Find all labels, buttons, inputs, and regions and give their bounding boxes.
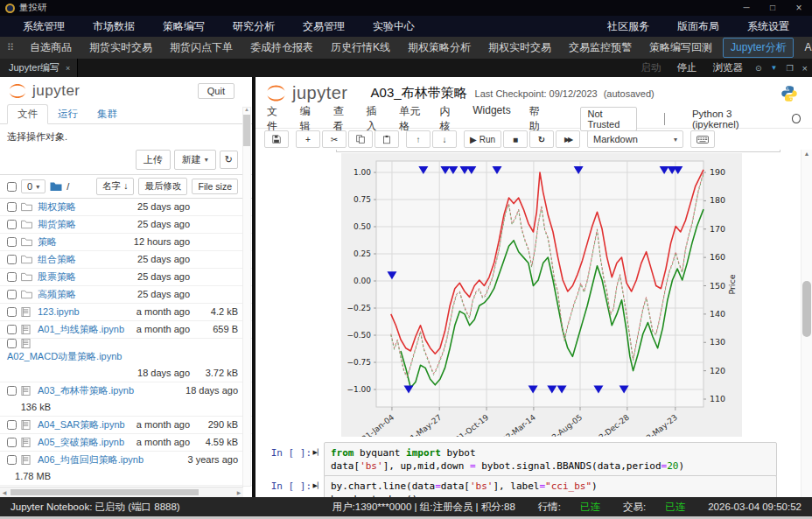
- row-checkbox[interactable]: [7, 272, 17, 282]
- row-checkbox[interactable]: [7, 255, 17, 264]
- file-row[interactable]: A01_均线策略.ipynba month ago659 B: [0, 320, 252, 338]
- code-editor[interactable]: by.chart.line(data=data['bs'], label="cc…: [324, 475, 777, 497]
- feature-tab-历史行情K线[interactable]: 历史行情K线: [324, 39, 397, 57]
- tab-close-icon[interactable]: ×: [66, 64, 70, 73]
- select-all-checkbox[interactable]: [7, 182, 17, 192]
- notebook-menu-Widgets[interactable]: Widgets: [472, 104, 510, 134]
- restart-button[interactable]: ↻: [529, 130, 554, 148]
- popout-window-icon[interactable]: ❒: [786, 64, 793, 73]
- file-name[interactable]: 期权策略: [38, 199, 76, 215]
- feature-tab-期权策略分析[interactable]: 期权策略分析: [401, 39, 478, 57]
- interrupt-button[interactable]: ■: [503, 130, 528, 148]
- new-button[interactable]: 新建 ▾: [174, 150, 216, 170]
- breadcrumb[interactable]: /: [66, 181, 69, 192]
- menu-item[interactable]: 社区服务: [593, 19, 663, 34]
- paste-button[interactable]: [374, 130, 399, 148]
- file-name[interactable]: A05_突破策略.ipynb: [38, 434, 124, 451]
- file-name[interactable]: 策略: [38, 234, 57, 250]
- file-row[interactable]: A02_MACD动量策略.ipynb18 days ago3.72 kB: [0, 338, 252, 382]
- insert-below-button[interactable]: +: [296, 130, 320, 148]
- notebook-vertical-scrollbar[interactable]: ▲: [801, 150, 812, 497]
- row-checkbox[interactable]: [7, 237, 17, 247]
- file-name[interactable]: 高频策略: [38, 286, 76, 303]
- save-button[interactable]: [264, 130, 289, 148]
- row-checkbox[interactable]: [7, 307, 17, 317]
- row-checkbox[interactable]: [7, 438, 17, 447]
- move-down-button[interactable]: ↓: [432, 130, 457, 148]
- file-name[interactable]: A02_MACD动量策略.ipynb: [7, 348, 220, 365]
- tab-jupyter-editor[interactable]: Jupyter编写 ×: [0, 59, 78, 77]
- file-row[interactable]: 组合策略25 days ago: [0, 250, 252, 268]
- notebook-menu-帮助[interactable]: 帮助: [529, 104, 544, 134]
- scroll-up-icon[interactable]: ▲: [243, 107, 250, 112]
- feature-tab-委成持仓报表[interactable]: 委成持仓报表: [243, 39, 320, 57]
- scrollbar-thumb[interactable]: [10, 489, 199, 495]
- action-停止[interactable]: 停止: [677, 61, 697, 74]
- sort-by-name-button[interactable]: 名字 ↓: [96, 178, 134, 195]
- feature-tab-期货实时交易[interactable]: 期货实时交易: [82, 39, 159, 57]
- notebook-menu-单元格[interactable]: 单元格: [399, 104, 421, 134]
- row-checkbox[interactable]: [7, 386, 17, 396]
- minimize-button[interactable]: ─: [733, 0, 760, 16]
- refresh-button[interactable]: ↻: [220, 151, 238, 169]
- row-checkbox[interactable]: [7, 455, 17, 465]
- notebook-menu-内核[interactable]: 内核: [439, 104, 454, 134]
- file-row[interactable]: 123.ipynba month ago4.2 kB: [0, 303, 252, 320]
- sort-by-size-button[interactable]: File size: [192, 179, 238, 194]
- row-checkbox[interactable]: [7, 290, 17, 299]
- file-row[interactable]: 高频策略25 days ago: [0, 285, 252, 303]
- file-name[interactable]: A06_均值回归策略.ipynb: [38, 452, 144, 468]
- file-name[interactable]: A03_布林带策略.ipynb: [38, 382, 134, 399]
- scroll-left-icon[interactable]: ◀: [0, 489, 9, 495]
- row-checkbox[interactable]: [7, 420, 17, 430]
- cut-button[interactable]: ✂: [322, 130, 346, 148]
- scrollbar-thumb[interactable]: [243, 115, 250, 146]
- file-row[interactable]: A03_布林带策略.ipynb18 days ago136 kB: [0, 382, 252, 416]
- notebook-menu-查看[interactable]: 查看: [333, 104, 348, 134]
- feature-tab-自选商品[interactable]: 自选商品: [23, 39, 79, 57]
- menu-item[interactable]: 研究分析: [219, 19, 289, 34]
- file-name[interactable]: A04_SAR策略.ipynb: [38, 417, 125, 433]
- upload-button[interactable]: 上传: [136, 150, 171, 170]
- menu-item[interactable]: 实验中心: [359, 19, 429, 34]
- notebook-menu-插入[interactable]: 插入: [366, 104, 381, 134]
- sidebar-tab-集群[interactable]: 集群: [88, 105, 127, 123]
- file-name[interactable]: 期货策略: [38, 216, 76, 233]
- not-trusted-button[interactable]: Not Trusted: [580, 107, 637, 131]
- sidebar-tab-运行[interactable]: 运行: [48, 105, 88, 123]
- copy-button[interactable]: [348, 130, 373, 148]
- file-row[interactable]: A06_均值回归策略.ipynb3 years ago1.78 MB: [0, 451, 252, 485]
- menu-item[interactable]: 系统设置: [733, 19, 803, 34]
- file-row[interactable]: 期权策略25 days ago: [0, 199, 252, 215]
- sidebar-tab-文件[interactable]: 文件: [7, 104, 48, 124]
- notebook-menu-文件[interactable]: 文件: [267, 104, 282, 134]
- sidebar-vertical-scrollbar[interactable]: ▲: [242, 107, 251, 487]
- scroll-up-icon[interactable]: ▲: [802, 151, 812, 157]
- action-浏览器[interactable]: 浏览器: [713, 61, 744, 74]
- file-name[interactable]: A01_均线策略.ipynb: [38, 321, 124, 338]
- panel-close-icon[interactable]: ×: [802, 63, 808, 74]
- feature-tab-期权实时交易[interactable]: 期权实时交易: [481, 39, 558, 57]
- menu-item[interactable]: 市场数据: [79, 19, 149, 34]
- feature-tab-AI智能助手[interactable]: AI智能助手: [797, 39, 812, 57]
- quit-button[interactable]: Quit: [198, 83, 234, 99]
- menu-item[interactable]: 策略编写: [149, 19, 219, 34]
- menu-item[interactable]: 交易管理: [289, 19, 359, 34]
- code-editor[interactable]: from byquant import bybot data['bs'], up…: [324, 442, 777, 477]
- feature-tab-Jupyter分析[interactable]: Jupyter分析: [723, 38, 794, 58]
- file-row[interactable]: 策略12 hours ago: [0, 233, 252, 250]
- scrollbar-thumb[interactable]: [802, 281, 811, 337]
- feature-tab-期货闪点下单[interactable]: 期货闪点下单: [163, 39, 240, 57]
- file-name[interactable]: 组合策略: [38, 251, 76, 268]
- row-checkbox[interactable]: [7, 202, 17, 212]
- notebook-menu-编辑[interactable]: 编辑: [300, 104, 315, 134]
- close-button[interactable]: ×: [786, 0, 812, 16]
- sidebar-horizontal-scrollbar[interactable]: ◀ ▶: [0, 487, 243, 497]
- row-checkbox[interactable]: [7, 339, 17, 348]
- row-checkbox[interactable]: [7, 325, 17, 334]
- sort-by-modified-button[interactable]: 最后修改: [138, 178, 187, 195]
- maximize-button[interactable]: □: [760, 0, 786, 16]
- cell-type-select[interactable]: Markdown▾: [587, 130, 683, 148]
- restart-run-all-button[interactable]: ▶▶: [556, 130, 580, 148]
- command-palette-button[interactable]: [690, 130, 715, 148]
